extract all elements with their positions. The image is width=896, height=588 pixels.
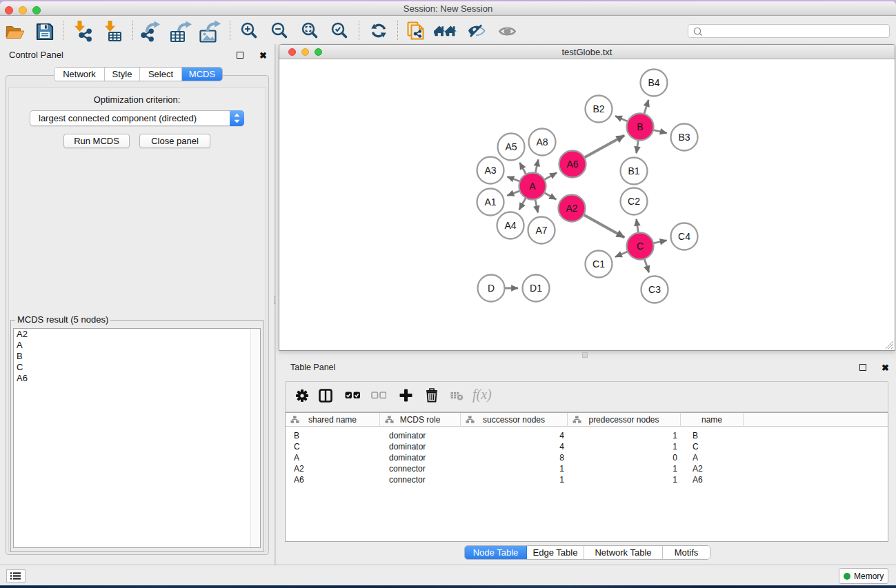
svg-text:C4: C4 [678, 231, 690, 242]
svg-text:C3: C3 [648, 284, 661, 295]
svg-text:B1: B1 [628, 165, 639, 176]
svg-text:A7: A7 [535, 225, 547, 236]
svg-text:A2: A2 [566, 203, 577, 214]
svg-text:C2: C2 [628, 196, 640, 207]
svg-text:A8: A8 [536, 136, 548, 148]
svg-text:D: D [488, 283, 495, 294]
svg-text:A4: A4 [504, 220, 516, 231]
svg-text:A: A [529, 181, 536, 192]
svg-text:B3: B3 [678, 132, 690, 143]
svg-text:A1: A1 [484, 196, 496, 207]
svg-text:A3: A3 [484, 165, 496, 176]
svg-text:B: B [637, 121, 643, 132]
svg-text:A6: A6 [566, 159, 578, 170]
svg-text:C: C [637, 241, 644, 252]
svg-text:C1: C1 [593, 258, 605, 270]
svg-text:A5: A5 [505, 141, 517, 152]
svg-text:B2: B2 [593, 103, 604, 114]
svg-text:D1: D1 [530, 283, 542, 294]
svg-text:B4: B4 [648, 77, 659, 88]
